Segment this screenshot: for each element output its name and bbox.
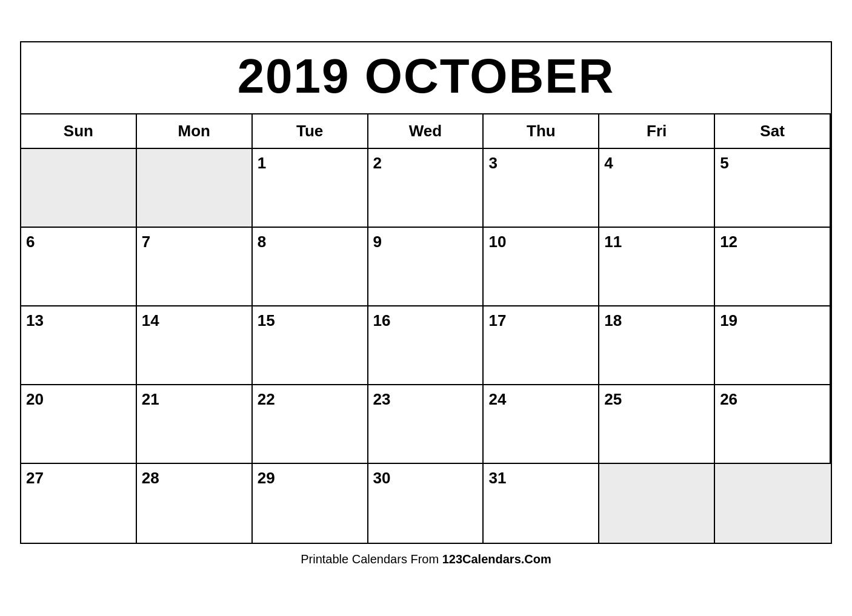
day-cell[interactable]: 16 [368,306,484,385]
day-cell[interactable]: 10 [484,228,599,306]
day-cell[interactable]: 7 [137,228,253,306]
day-cell[interactable]: 14 [137,306,253,385]
day-cell[interactable]: 30 [368,464,484,543]
calendar-grid: Sun Mon Tue Wed Thu Fri Sat 1 2 3 4 5 6 … [21,114,831,543]
day-cell[interactable]: 29 [253,464,368,543]
header-fri: Fri [599,114,715,149]
day-cell[interactable]: 25 [599,385,715,464]
day-cell[interactable]: 1 [253,149,368,228]
calendar-footer: Printable Calendars From 123Calendars.Co… [20,544,832,575]
day-cell[interactable] [715,464,831,543]
day-cell[interactable]: 12 [715,228,831,306]
day-cell[interactable]: 20 [21,385,137,464]
day-cell[interactable]: 4 [599,149,715,228]
day-cell[interactable] [21,149,137,228]
header-mon: Mon [137,114,253,149]
day-cell[interactable]: 22 [253,385,368,464]
day-cell[interactable] [137,149,253,228]
calendar-title: 2019 OCTOBER [21,42,831,114]
calendar-container: 2019 OCTOBER Sun Mon Tue Wed Thu Fri Sat… [20,41,832,544]
day-cell[interactable]: 15 [253,306,368,385]
header-sun: Sun [21,114,137,149]
day-cell[interactable]: 26 [715,385,831,464]
day-cell[interactable]: 5 [715,149,831,228]
day-cell[interactable]: 2 [368,149,484,228]
day-cell[interactable]: 23 [368,385,484,464]
day-cell[interactable]: 3 [484,149,599,228]
day-cell[interactable]: 8 [253,228,368,306]
footer-text: Printable Calendars From [301,552,442,566]
header-sat: Sat [715,114,831,149]
header-tue: Tue [253,114,368,149]
calendar-wrapper: 2019 OCTOBER Sun Mon Tue Wed Thu Fri Sat… [20,41,832,575]
header-wed: Wed [368,114,484,149]
day-cell[interactable]: 31 [484,464,599,543]
footer-brand: 123Calendars.Com [442,552,551,566]
day-cell[interactable]: 17 [484,306,599,385]
day-cell[interactable]: 11 [599,228,715,306]
day-cell[interactable]: 18 [599,306,715,385]
day-cell[interactable]: 9 [368,228,484,306]
day-cell[interactable]: 13 [21,306,137,385]
header-thu: Thu [484,114,599,149]
day-cell[interactable]: 6 [21,228,137,306]
day-cell[interactable]: 28 [137,464,253,543]
day-cell[interactable]: 19 [715,306,831,385]
day-cell[interactable] [599,464,715,543]
day-cell[interactable]: 27 [21,464,137,543]
day-cell[interactable]: 21 [137,385,253,464]
day-cell[interactable]: 24 [484,385,599,464]
